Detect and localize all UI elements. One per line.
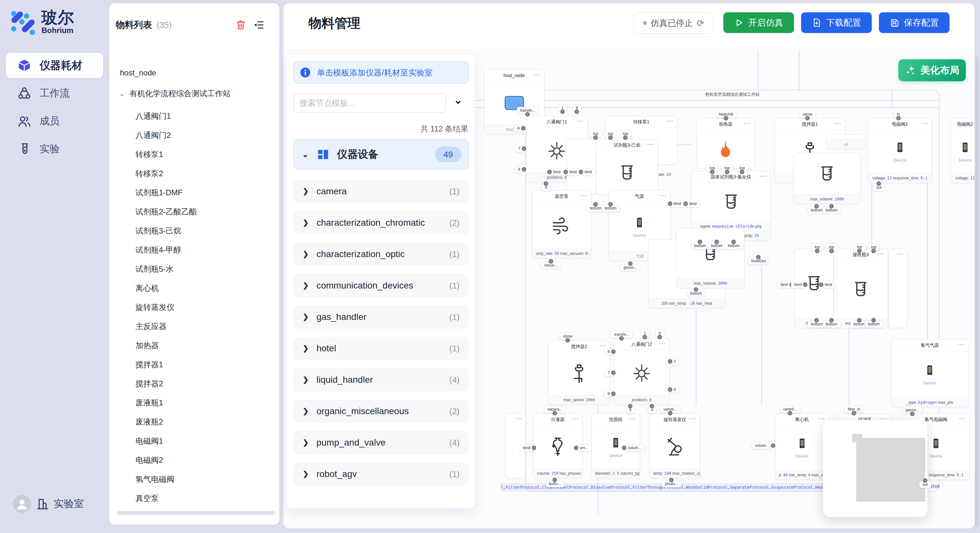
- port-chip-top[interactable]: top›: [854, 244, 865, 251]
- port-handle-icon[interactable]: ›: [574, 109, 579, 114]
- node-menu-icon[interactable]: •••: [744, 121, 751, 126]
- port-handle-icon[interactable]: ›: [608, 202, 613, 206]
- canvas-node-旋转蒸发仪[interactable]: 旋转蒸发仪•••temp: 180 max_rotation_speed:: [650, 414, 700, 478]
- port-handle-icon[interactable]: ›: [628, 404, 633, 408]
- port-handle-icon[interactable]: ›: [710, 170, 714, 174]
- port-chip-top[interactable]: top›: [605, 130, 617, 137]
- port-chip-heatchill[interactable]: heatchill›: [716, 111, 736, 118]
- palette-item-camera[interactable]: ❯ camera (1): [293, 180, 468, 203]
- port-chip-3[interactable]: 3‹: [670, 386, 679, 393]
- start-simulation-button[interactable]: 开启仿真: [723, 12, 794, 33]
- tree-item[interactable]: 旋转蒸发仪: [135, 298, 174, 316]
- palette-item-pump_and_valve[interactable]: ❯ pump_and_valve (4): [293, 431, 468, 454]
- port-handle-icon[interactable]: ›: [694, 287, 698, 292]
- node-menu-icon[interactable]: •••: [577, 118, 584, 124]
- port-handle-icon[interactable]: ‹: [668, 387, 673, 392]
- port-chip-bind[interactable]: bind›: [778, 281, 791, 288]
- port-handle-icon[interactable]: ›: [740, 170, 745, 174]
- node-menu-icon[interactable]: •••: [818, 416, 825, 421]
- port-handle-icon[interactable]: ›: [521, 126, 525, 130]
- port-chip-top[interactable]: top›: [736, 165, 748, 171]
- sidebar-footer[interactable]: 实验室: [13, 495, 84, 513]
- port-handle-icon[interactable]: ›: [552, 411, 557, 416]
- port-handle-icon[interactable]: ‹: [819, 282, 824, 287]
- port-handle-icon[interactable]: ›: [628, 261, 633, 266]
- port-chip-out[interactable]: out›: [920, 481, 931, 488]
- port-chip-top[interactable]: top›: [868, 244, 880, 251]
- port-chip-gasso[interactable]: gasso...›: [620, 264, 640, 271]
- port-chip-bottom[interactable]: bottom›: [687, 290, 705, 297]
- node-menu-icon[interactable]: •••: [572, 416, 579, 421]
- port-chip-top[interactable]: top›: [620, 130, 632, 137]
- port-chip-bottom[interactable]: bottom›: [601, 205, 620, 212]
- port-chip-bind[interactable]: bind‹: [686, 200, 700, 207]
- port-chip-bottom[interactable]: bottom›: [691, 242, 710, 249]
- port-chip-4[interactable]: 4›: [648, 406, 657, 414]
- tree-item[interactable]: 转移泵2: [135, 165, 163, 182]
- tree-item[interactable]: 电磁阀2: [135, 451, 163, 469]
- palette-item-gas_handler[interactable]: ❯ gas_handler (1): [293, 306, 468, 328]
- port-chip-7[interactable]: 7›: [515, 145, 524, 152]
- port-chip-solven[interactable]: solven...›: [752, 442, 773, 449]
- port-handle-icon[interactable]: ›: [829, 318, 834, 322]
- port-handle-icon[interactable]: ›: [725, 170, 730, 174]
- port-handle-icon[interactable]: ›: [857, 249, 862, 253]
- palette-item-organic_miscellaneous[interactable]: ❯ organic_miscellaneous (2): [293, 400, 468, 423]
- tree-item[interactable]: 转移泵1: [135, 146, 163, 163]
- canvas-node-card[interactable]: max_volume: 1000: [794, 153, 861, 204]
- sidebar-item-people[interactable]: 成员: [6, 108, 103, 134]
- port-handle-icon[interactable]: ›: [549, 259, 553, 263]
- tree-item[interactable]: 废液瓶1: [135, 394, 163, 412]
- port-chip-8[interactable]: 8›: [605, 390, 613, 397]
- tree-item[interactable]: 氢气电磁阀: [135, 471, 174, 488]
- canvas-node-card[interactable]: max_volume: 2000: [676, 228, 745, 288]
- port-chip-8[interactable]: 8›: [515, 166, 524, 173]
- collapse-panel-icon[interactable]: ⌄: [454, 94, 463, 106]
- port-chip-produ[interactable]: produ...›: [662, 480, 681, 487]
- port-handle-icon[interactable]: ›: [544, 181, 548, 186]
- port-chip-1[interactable]: 1›: [641, 330, 649, 337]
- tree-item[interactable]: 加热器: [135, 337, 159, 354]
- port-handle-icon[interactable]: ›: [872, 249, 876, 253]
- port-handle-icon[interactable]: ›: [714, 240, 719, 244]
- node-menu-icon[interactable]: •••: [581, 193, 587, 198]
- port-handle-icon[interactable]: ›: [619, 336, 624, 341]
- canvas-node-八通阀门2[interactable]: 八通阀门2•••positions: 8: [614, 338, 670, 405]
- port-chip-bind[interactable]: bind‹: [821, 281, 835, 288]
- port-chip-colum[interactable]: colum...‹: [625, 444, 644, 451]
- port-chip-5[interactable]: 5›: [626, 406, 635, 414]
- port-handle-icon[interactable]: ›: [623, 135, 628, 140]
- delete-icon[interactable]: [235, 19, 246, 32]
- node-menu-icon[interactable]: •••: [667, 118, 674, 124]
- port-chip-bind[interactable]: bind›: [520, 444, 534, 451]
- node-menu-icon[interactable]: •••: [921, 121, 929, 126]
- port-handle-icon[interactable]: ›: [756, 255, 760, 259]
- node-menu-icon[interactable]: •••: [515, 416, 522, 421]
- port-handle-icon[interactable]: ›: [803, 282, 807, 287]
- port-handle-icon[interactable]: ›: [805, 116, 810, 121]
- port-handle-icon[interactable]: ›: [608, 135, 613, 140]
- port-handle-icon[interactable]: ›: [643, 335, 647, 339]
- category-instrument-devices[interactable]: ⌄ 仪器设备 49: [293, 139, 469, 170]
- port-handle-icon[interactable]: ›: [815, 318, 819, 322]
- port-handle-icon[interactable]: ›: [724, 116, 728, 121]
- node-menu-icon[interactable]: •••: [897, 251, 904, 257]
- node-menu-icon[interactable]: •••: [629, 416, 636, 421]
- canvas-node-card[interactable]: •••: [889, 249, 907, 328]
- port-chip-botto[interactable]: botto...›: [546, 480, 564, 487]
- port-chip-vacuu[interactable]: vacuu...›: [541, 262, 561, 269]
- canvas-vscrollbar[interactable]: [975, 57, 979, 526]
- port-handle-icon[interactable]: ›: [771, 443, 775, 448]
- port-handle-icon[interactable]: ›: [531, 446, 536, 450]
- tree-item[interactable]: 搅拌器2: [135, 375, 163, 392]
- tree-item[interactable]: 电磁阀1: [135, 432, 163, 450]
- node-menu-icon[interactable]: •••: [659, 341, 666, 346]
- port-handle-icon[interactable]: ›: [593, 135, 598, 140]
- palette-item-liquid_handler[interactable]: ❯ liquid_handler (4): [293, 368, 468, 391]
- canvas-node-card[interactable]: -水: [826, 134, 865, 149]
- port-handle-icon[interactable]: ‹: [684, 201, 688, 206]
- download-config-button[interactable]: 下载配置: [801, 12, 872, 33]
- node-menu-icon[interactable]: •••: [689, 416, 697, 421]
- port-chip-bottom[interactable]: bottom›: [822, 320, 841, 328]
- port-handle-icon[interactable]: ›: [657, 335, 662, 339]
